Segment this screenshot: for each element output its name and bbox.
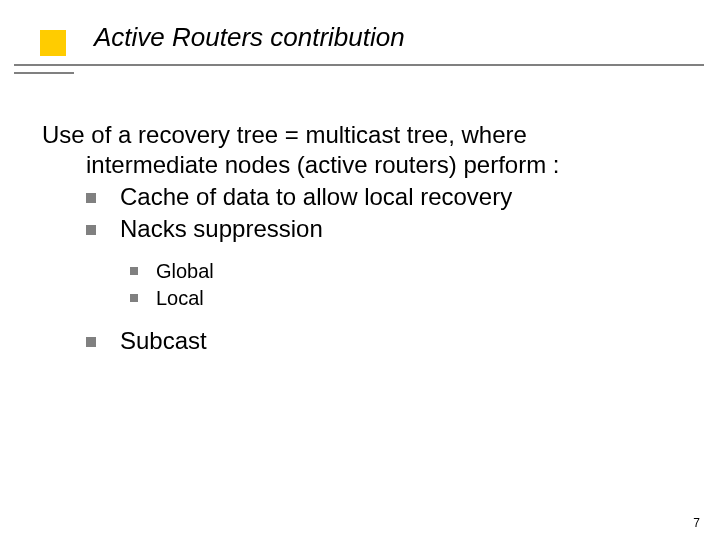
slide-title: Active Routers contribution	[94, 22, 405, 53]
list-item: Cache of data to allow local recovery	[86, 182, 652, 212]
sublist-item-label: Global	[156, 258, 214, 285]
sublist-item: Global	[130, 258, 652, 285]
title-accent-box	[40, 30, 66, 56]
list-item-label: Subcast	[120, 326, 207, 356]
square-bullet-icon	[86, 225, 96, 235]
page-number: 7	[693, 516, 700, 530]
title-rule-short	[14, 72, 74, 74]
list-item: Nacks suppression	[86, 214, 652, 244]
sublist-item-label: Local	[156, 285, 204, 312]
intro-text: Use of a recovery tree = multicast tree,…	[86, 120, 652, 180]
list-item: Subcast	[86, 326, 652, 356]
square-bullet-icon	[86, 193, 96, 203]
sublist-item: Local	[130, 285, 652, 312]
square-bullet-icon	[130, 267, 138, 275]
square-bullet-icon	[86, 337, 96, 347]
list-item-label: Cache of data to allow local recovery	[120, 182, 512, 212]
square-bullet-icon	[130, 294, 138, 302]
body-content: Use of a recovery tree = multicast tree,…	[42, 120, 652, 358]
list-item-label: Nacks suppression	[120, 214, 323, 244]
title-area: Active Routers contribution	[0, 22, 720, 82]
title-rule-long	[14, 64, 704, 66]
slide: Active Routers contribution Use of a rec…	[0, 0, 720, 540]
sublist: Global Local	[42, 258, 652, 312]
